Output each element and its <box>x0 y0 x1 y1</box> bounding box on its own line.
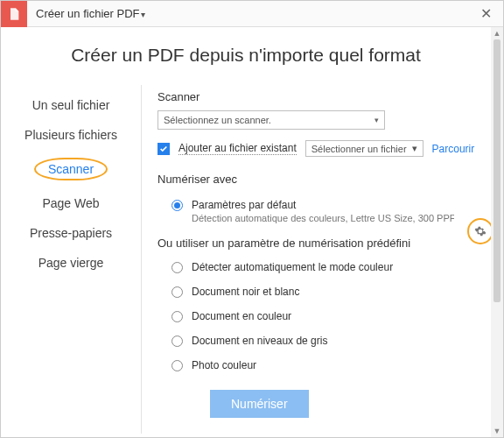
scroll-up-arrow[interactable]: ▲ <box>491 27 503 39</box>
file-select[interactable]: Sélectionner un fichier ▾ <box>305 140 424 157</box>
window-title[interactable]: Créer un fichier PDF▾ <box>27 7 468 20</box>
scanner-select[interactable]: Sélectionnez un scanner. ▾ <box>158 110 385 130</box>
scanner-panel: Scanner Sélectionnez un scanner. ▾ Ajout… <box>141 85 491 434</box>
radio-bw-doc[interactable] <box>172 286 183 298</box>
scroll-thumb[interactable] <box>494 39 500 302</box>
scan-with-heading: Numériser avec <box>158 173 475 186</box>
radio-default-settings[interactable] <box>172 200 183 211</box>
pdf-icon <box>1 1 27 27</box>
title-dropdown-caret: ▾ <box>141 10 145 19</box>
radio-grayscale-doc[interactable] <box>172 336 183 347</box>
main-content: Créer un PDF depuis n'importe quel forma… <box>1 27 491 437</box>
settings-gear-button[interactable] <box>467 218 491 244</box>
scanner-section-label: Scanner <box>158 90 475 103</box>
sidebar-item-blank-page[interactable]: Page vierge <box>1 248 141 278</box>
gear-icon <box>474 225 486 237</box>
append-checkbox-label: Ajouter au fichier existant <box>178 142 297 155</box>
close-button[interactable]: ✕ <box>468 5 503 22</box>
scroll-track[interactable] <box>491 39 503 425</box>
sidebar: Un seul fichier Plusieurs fichiers Scann… <box>1 85 141 434</box>
vertical-scrollbar[interactable]: ▲ ▼ <box>491 27 503 437</box>
append-checkbox[interactable] <box>158 143 170 155</box>
preset-heading: Ou utiliser un paramètre de numérisation… <box>158 237 475 250</box>
titlebar: Créer un fichier PDF▾ ✕ <box>1 1 503 27</box>
radio-default-label: Paramètres par défaut <box>192 199 454 211</box>
sidebar-item-multiple-files[interactable]: Plusieurs fichiers <box>1 120 141 150</box>
radio-auto-color[interactable] <box>172 262 183 273</box>
radio-default-sub: Détection automatique des couleurs, Lett… <box>192 213 454 223</box>
radio-color-photo[interactable] <box>172 360 183 371</box>
scan-button[interactable]: Numériser <box>210 390 309 418</box>
scroll-down-arrow[interactable]: ▼ <box>491 425 503 437</box>
sidebar-item-clipboard[interactable]: Presse-papiers <box>1 218 141 248</box>
radio-color-doc[interactable] <box>172 311 183 322</box>
browse-link[interactable]: Parcourir <box>432 143 475 155</box>
sidebar-item-single-file[interactable]: Un seul fichier <box>1 90 141 120</box>
page-heading: Créer un PDF depuis n'importe quel forma… <box>1 45 491 66</box>
sidebar-item-web-page[interactable]: Page Web <box>1 188 141 218</box>
chevron-down-icon: ▾ <box>374 116 379 124</box>
sidebar-item-scanner[interactable]: Scanner <box>1 150 141 188</box>
chevron-down-icon: ▾ <box>412 143 417 154</box>
